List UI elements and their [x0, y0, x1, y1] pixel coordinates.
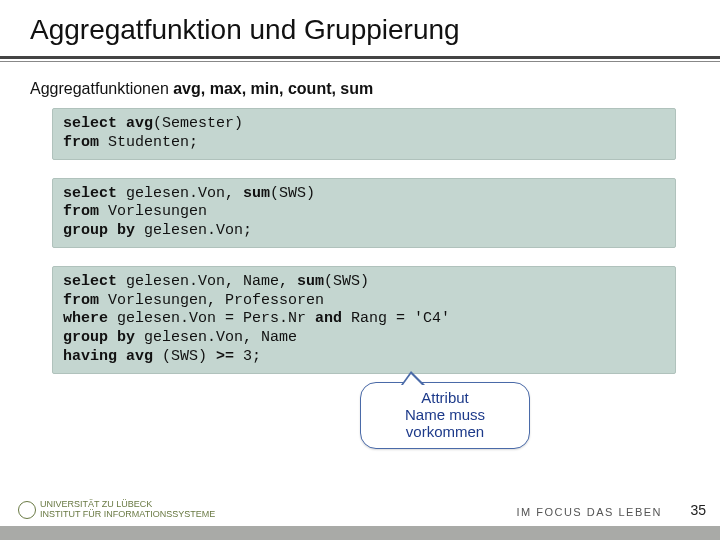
subhead-prefix: Aggregatfunktionen	[30, 80, 173, 97]
university-logo: UNIVERSITÄT ZU LÜBECK INSTITUT FÜR INFOR…	[18, 500, 215, 520]
code-block-1: select avg(Semester) from Studenten;	[52, 108, 676, 160]
callout-text: AttributName mussvorkommen	[405, 389, 485, 441]
logo-left-text: UNIVERSITÄT ZU LÜBECK INSTITUT FÜR INFOR…	[40, 500, 215, 520]
logo-line1: UNIVERSITÄT ZU LÜBECK	[40, 499, 152, 509]
callout-wrap: AttributName mussvorkommen	[30, 386, 690, 446]
footer-bar	[0, 526, 720, 540]
slogan: IM FOCUS DAS LEBEN	[516, 506, 662, 518]
footer: UNIVERSITÄT ZU LÜBECK INSTITUT FÜR INFOR…	[0, 508, 720, 540]
code-block-2: select gelesen.Von, sum(SWS) from Vorles…	[52, 178, 676, 248]
logo-line2: INSTITUT FÜR INFORMATIONSSYSTEME	[40, 509, 215, 519]
slide: Aggregatfunktion und Gruppierung Aggrega…	[0, 0, 720, 540]
page-number: 35	[690, 502, 706, 518]
slide-title: Aggregatfunktion und Gruppierung	[0, 0, 720, 56]
content-area: Aggregatfunktionen avg, max, min, count,…	[0, 62, 720, 446]
seal-icon	[18, 501, 36, 519]
subhead-bold: avg, max, min, count, sum	[173, 80, 373, 97]
subheading: Aggregatfunktionen avg, max, min, count,…	[30, 80, 690, 98]
callout-bubble: AttributName mussvorkommen	[360, 382, 530, 450]
rule-thick	[0, 56, 720, 59]
code-block-3: select gelesen.Von, Name, sum(SWS) from …	[52, 266, 676, 374]
